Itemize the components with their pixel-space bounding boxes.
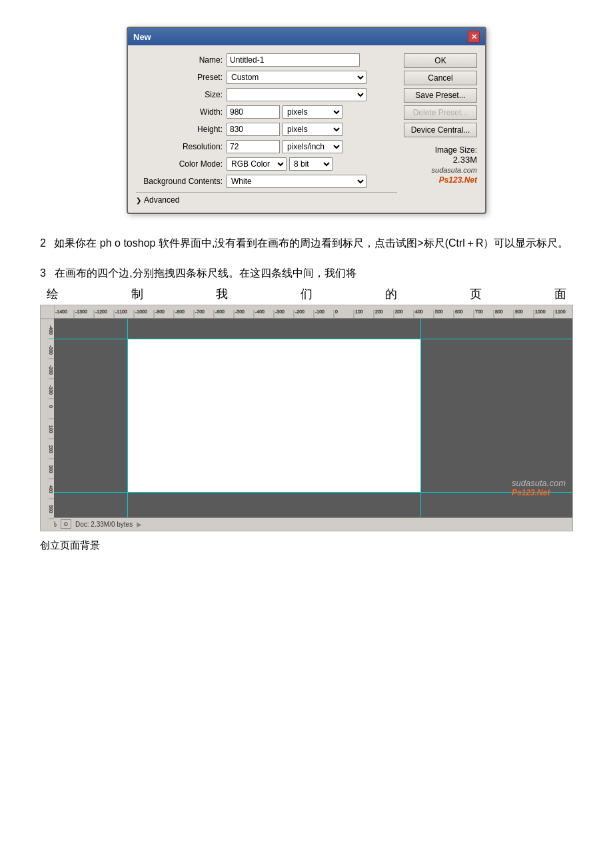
ok-button[interactable]: OK — [404, 53, 477, 68]
canvas-watermark-text: sudasuta.com — [512, 478, 566, 488]
svg-text:-500: -500 — [235, 309, 245, 314]
color-depth-select[interactable]: 8 bit — [289, 157, 332, 171]
svg-text:-900: -900 — [155, 309, 165, 314]
section2-text: 如果你在 ph o toshop 软件界面中,没有看到在画布的周边看到标尺，点击… — [54, 237, 568, 249]
svg-rect-58 — [41, 305, 54, 531]
svg-text:-100: -100 — [49, 385, 53, 395]
svg-text:-1400: -1400 — [55, 309, 67, 314]
height-row: Height: pixels — [136, 123, 397, 136]
doc-arrow: ▶ — [137, 521, 142, 528]
bg-contents-label: Background Contents: — [136, 177, 223, 186]
bg-contents-select[interactable]: White — [227, 175, 366, 188]
height-input[interactable] — [227, 123, 280, 136]
svg-text:500: 500 — [435, 309, 443, 314]
dialog-buttons: OK Cancel Save Preset... Delete Preset..… — [404, 53, 477, 205]
svg-text:100: 100 — [355, 309, 363, 314]
advanced-label: Advanced — [144, 195, 179, 205]
watermark: sudasuta.com — [404, 166, 477, 174]
svg-text:900: 900 — [515, 309, 523, 314]
device-central-button[interactable]: Device Central... — [404, 123, 477, 137]
preset-select[interactable]: Custom — [227, 71, 366, 84]
char-4: 们 — [301, 286, 312, 302]
svg-text:-200: -200 — [49, 365, 53, 375]
color-mode-row: Color Mode: RGB Color 8 bit — [136, 157, 397, 171]
dialog-title: New — [133, 32, 151, 42]
svg-text:300: 300 — [395, 309, 403, 314]
section3-number: 3 — [40, 267, 46, 279]
image-size-section: Image Size: 2.33M sudasuta.com Ps123.Net — [404, 145, 477, 185]
svg-text:-300: -300 — [275, 309, 285, 314]
resolution-label: Resolution: — [136, 142, 223, 151]
svg-text:100: 100 — [49, 425, 53, 433]
char-5: 的 — [385, 286, 397, 302]
advanced-row: ❯ Advanced — [136, 192, 397, 205]
ruler-left: -400 -300 -200 -100 0 100 200 300 — [41, 305, 54, 531]
resolution-unit-select[interactable]: pixels/inch — [283, 140, 342, 153]
canvas-area: sudasuta.com Ps123.Net — [54, 319, 572, 517]
resolution-row: Resolution: pixels/inch — [136, 140, 397, 153]
canvas-chars-row: 绘 制 我 们 的 页 面 — [40, 286, 573, 302]
svg-text:600: 600 — [455, 309, 463, 314]
section3-header: 3 在画布的四个边,分别拖拽四条标尺线。在这四条线中间，我们将 — [40, 267, 573, 281]
image-size-label: Image Size: — [404, 145, 477, 155]
char-3: 我 — [216, 286, 228, 302]
guide-line-h2 — [54, 492, 572, 493]
canvas-image: -1400 -1300 -1200 -1100 -1000 -900 -800 — [40, 305, 573, 531]
svg-text:-300: -300 — [49, 345, 53, 355]
svg-text:-1200: -1200 — [95, 309, 107, 314]
svg-text:1100: 1100 — [555, 309, 566, 314]
svg-text:-700: -700 — [195, 309, 205, 314]
dialog-wrapper: New ✕ Name: Preset: Custom — [40, 27, 573, 214]
size-label: Size: — [136, 90, 223, 99]
guide-line-v2 — [420, 319, 421, 517]
char-2: 制 — [131, 286, 143, 302]
watermark-ps: Ps123.Net — [404, 175, 477, 185]
preset-row: Preset: Custom — [136, 71, 397, 84]
cancel-button[interactable]: Cancel — [404, 71, 477, 85]
svg-text:-600: -600 — [215, 309, 225, 314]
ruler-top: -1400 -1300 -1200 -1100 -1000 -900 -800 — [41, 305, 572, 319]
width-input[interactable] — [227, 105, 280, 119]
svg-text:-400: -400 — [49, 325, 53, 335]
section-2: 2 如果你在 ph o toshop 软件界面中,没有看到在画布的周边看到标尺，… — [40, 234, 573, 253]
width-unit-select[interactable]: pixels — [283, 105, 342, 119]
color-mode-select[interactable]: RGB Color — [227, 157, 287, 171]
color-mode-label: Color Mode: — [136, 159, 223, 169]
resolution-input[interactable] — [227, 140, 280, 153]
section3-text: 在画布的四个边,分别拖拽四条标尺线。在这四条线中间，我们将 — [55, 267, 356, 279]
svg-text:800: 800 — [495, 309, 503, 314]
svg-text:500: 500 — [49, 505, 53, 513]
height-label: Height: — [136, 125, 223, 134]
name-input[interactable] — [227, 53, 360, 67]
save-preset-button[interactable]: Save Preset... — [404, 88, 477, 103]
svg-text:0: 0 — [49, 405, 53, 408]
height-unit-select[interactable]: pixels — [283, 123, 342, 136]
white-canvas — [127, 339, 420, 492]
svg-text:300: 300 — [49, 465, 53, 473]
svg-text:200: 200 — [49, 445, 53, 453]
close-button[interactable]: ✕ — [468, 31, 480, 43]
svg-text:-1000: -1000 — [135, 309, 147, 314]
svg-text:-800: -800 — [175, 309, 185, 314]
section2-number: 2 — [40, 237, 46, 249]
canvas-bottom-bar: 50% ⊙ Doc: 2.33M/0 bytes ▶ — [41, 517, 572, 531]
svg-text:1000: 1000 — [535, 309, 546, 314]
delete-preset-button[interactable]: Delete Preset... — [404, 105, 477, 120]
svg-text:400: 400 — [49, 485, 53, 493]
svg-text:200: 200 — [375, 309, 383, 314]
svg-text:-200: -200 — [295, 309, 305, 314]
svg-text:700: 700 — [475, 309, 483, 314]
svg-text:-400: -400 — [255, 309, 265, 314]
image-size-value: 2.33M — [404, 155, 477, 165]
dialog-body: Name: Preset: Custom Size: — [128, 45, 485, 213]
dialog-form: Name: Preset: Custom Size: — [136, 53, 397, 205]
name-label: Name: — [136, 55, 223, 65]
size-row: Size: — [136, 88, 397, 101]
size-select[interactable] — [227, 88, 366, 101]
page-caption: 创立页面背景 — [40, 539, 573, 552]
history-state: ⊙ — [61, 519, 71, 529]
new-document-dialog: New ✕ Name: Preset: Custom — [127, 27, 486, 214]
svg-text:400: 400 — [415, 309, 423, 314]
guide-line-v1 — [127, 319, 128, 517]
svg-text:-1300: -1300 — [75, 309, 87, 314]
